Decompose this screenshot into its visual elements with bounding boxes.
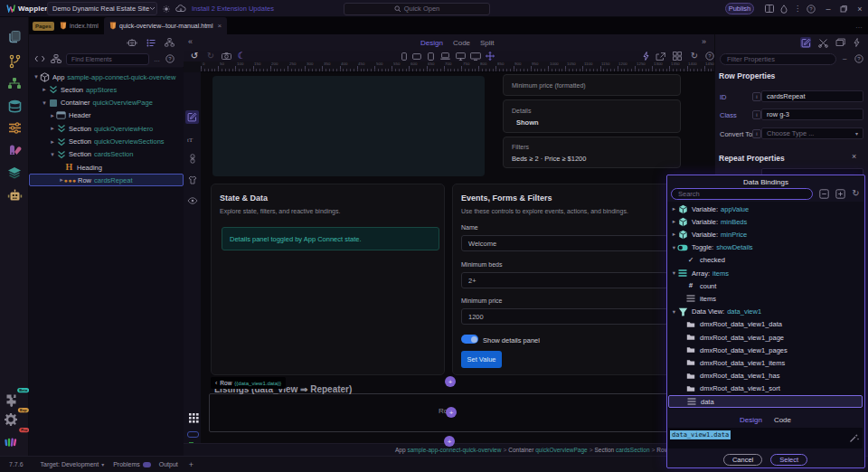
tab-design[interactable]: Design xyxy=(420,39,443,47)
chevron-down-icon[interactable]: ▾ xyxy=(671,269,677,277)
help-icon[interactable]: ? xyxy=(165,54,175,63)
project-selector[interactable]: Demo Dynamic Real Estate Site xyxy=(47,2,157,15)
modal-search-input[interactable]: Search xyxy=(671,188,813,200)
field-input-minimum-price[interactable]: 1200 xyxy=(461,308,668,325)
binding-item-dmxRoot_data_view1_sort[interactable]: dmxRoot_data_view1_sort xyxy=(668,382,863,395)
rail-item-filters[interactable] xyxy=(0,118,29,137)
properties-tab-icon[interactable] xyxy=(800,37,811,48)
breadcrumb-type[interactable]: App xyxy=(395,447,407,453)
modal-tab-design[interactable]: Design xyxy=(740,416,762,424)
close-icon[interactable]: × xyxy=(855,0,864,17)
rail-item-database[interactable] xyxy=(0,96,29,116)
filter-properties-input[interactable]: Filter Properties xyxy=(720,53,836,65)
breadcrumb-name[interactable]: quickOverviewPage xyxy=(535,447,587,453)
actions-tab-icon[interactable] xyxy=(852,38,862,47)
chevron-down-icon[interactable]: ▾ xyxy=(41,99,48,107)
tree-item-cardsrepeat[interactable]: ▸ ●●● Row cardsRepeat xyxy=(29,174,184,186)
tree-item-quickoverviewpage[interactable]: ▾ Container quickOverviewPage xyxy=(29,97,184,109)
info-icon[interactable]: i xyxy=(752,110,761,119)
breadcrumb-name[interactable]: cardsSection xyxy=(616,447,650,453)
field-input-minimum-beds[interactable]: 2+ xyxy=(461,272,668,288)
undo-icon[interactable]: ↺ xyxy=(189,51,200,61)
camera-icon[interactable] xyxy=(221,51,231,61)
tab-close-icon[interactable]: × xyxy=(217,22,222,30)
dark-mode-moon-icon[interactable]: ☾ xyxy=(236,51,247,61)
open-in-browser-icon[interactable] xyxy=(655,51,665,61)
chevron-right-icon[interactable]: ▸ xyxy=(49,138,56,146)
chevron-down-icon[interactable]: ▾ xyxy=(33,73,40,80)
dots-vertical-icon[interactable]: ⋮ xyxy=(794,0,801,17)
pages-dropdown[interactable]: Pages xyxy=(33,22,54,31)
device-phone-icon[interactable] xyxy=(399,51,409,61)
code-view-icon[interactable] xyxy=(33,55,45,62)
help-icon[interactable]: ? xyxy=(806,0,816,17)
rail-item-extensions[interactable]: Beta xyxy=(0,390,29,410)
binding-item-minBeds[interactable]: ▸ Variable:minBeds xyxy=(668,215,863,228)
binding-item-data_view1[interactable]: ▾ Data View:data_view1 xyxy=(668,306,863,318)
binding-item-dmxRoot_data_view1_data[interactable]: dmxRoot_data_view1_data xyxy=(668,318,863,331)
tree-item-heading[interactable]: H Heading xyxy=(29,161,184,174)
binding-item-dmxRoot_data_view1_items[interactable]: dmxRoot_data_view1_items xyxy=(668,356,863,369)
add-element-button[interactable]: + xyxy=(445,376,456,387)
tab-overflow-icon[interactable]: … xyxy=(855,17,863,34)
binding-item-appValue[interactable]: ▸ Variable:appValue xyxy=(668,203,863,215)
chevron-right-icon[interactable]: ▸ xyxy=(41,86,48,93)
refresh-icon[interactable]: ↻ xyxy=(689,51,700,61)
device-laptop-icon[interactable] xyxy=(439,51,451,61)
rail-item-pro-features[interactable]: Pro xyxy=(0,430,29,449)
collapse-all-icon[interactable] xyxy=(819,189,829,199)
rail-item-design[interactable] xyxy=(0,140,29,160)
breadcrumb-type[interactable]: Container xyxy=(508,447,535,453)
chevron-down-icon[interactable]: ▾ xyxy=(671,308,677,316)
rail-item-pages[interactable] xyxy=(0,26,29,46)
tab-quick-overview[interactable]: quick-overview--tour-manual.html × xyxy=(104,17,227,34)
add-element-button[interactable]: + xyxy=(446,407,457,418)
binding-item-dmxRoot_data_view1_page[interactable]: dmxRoot_data_view1_page xyxy=(668,331,863,344)
binding-item-checked[interactable]: ✓checked xyxy=(668,254,863,267)
tab-split[interactable]: Split xyxy=(480,39,495,47)
binding-item-dmxRoot_data_view1_has[interactable]: dmxRoot_data_view1_has xyxy=(668,370,863,382)
target-selector[interactable]: Target: Development ▾ xyxy=(41,461,105,467)
device-tablet-icon[interactable] xyxy=(426,51,436,61)
restore-icon[interactable] xyxy=(839,0,847,17)
chevron-right-icon[interactable]: ▸ xyxy=(49,112,56,119)
cloud-download-icon[interactable] xyxy=(175,0,187,17)
binding-item-dmxRoot_data_view1_pages[interactable]: dmxRoot_data_view1_pages xyxy=(668,344,863,356)
select-button[interactable]: Select xyxy=(770,454,807,466)
info-icon[interactable]: i xyxy=(752,92,761,101)
tree-item-sample-app-connect-quick-overview[interactable]: ▾ App sample-app-connect-quick-overview xyxy=(29,71,184,83)
repeat-close-icon[interactable]: × xyxy=(852,153,856,161)
binding-item-count[interactable]: #count xyxy=(668,279,863,292)
grid-guides-icon[interactable] xyxy=(672,51,683,61)
device-monitor-icon[interactable] xyxy=(455,51,467,61)
binding-item-items[interactable]: items xyxy=(668,292,863,305)
problems-button[interactable]: Problems xyxy=(113,461,151,467)
property-convert-to-select[interactable]: Choose Type ...▾ xyxy=(761,127,863,139)
ai-robot-icon[interactable] xyxy=(127,38,137,47)
refresh-bindings-icon[interactable]: ↻ xyxy=(851,189,861,198)
styles-tab-icon[interactable] xyxy=(817,38,828,48)
outline-pill-icon[interactable] xyxy=(187,431,199,438)
tree-item-quickoverviewsections[interactable]: ▸ Section quickOverviewSections xyxy=(29,136,184,148)
tab-index-html[interactable]: index.html xyxy=(54,17,104,34)
collapse-panel-icon[interactable]: « xyxy=(188,38,193,46)
chevron-down-icon[interactable]: ▾ xyxy=(49,151,56,158)
magic-wand-icon[interactable] xyxy=(849,433,859,443)
columns-icon[interactable] xyxy=(764,0,775,17)
expand-all-icon[interactable] xyxy=(835,189,845,199)
chevron-right-icon[interactable]: ▸ xyxy=(671,218,677,225)
device-monitor-large-icon[interactable] xyxy=(469,51,481,61)
binding-item-showDetails[interactable]: ▾ Toggle:showDetails xyxy=(668,241,863,254)
find-elements-input[interactable]: Find Elements xyxy=(66,53,149,65)
move-resize-icon[interactable] xyxy=(485,51,495,61)
preview-eye-icon[interactable] xyxy=(185,194,199,207)
app-connect-bolt-icon[interactable] xyxy=(641,51,651,61)
grid-dots-icon[interactable] xyxy=(188,413,199,423)
rail-item-ai-assistant[interactable] xyxy=(0,185,29,205)
binding-item-data[interactable]: data xyxy=(668,395,863,408)
tab-code[interactable]: Code xyxy=(453,39,470,47)
set-value-button[interactable]: Set Value xyxy=(461,351,502,368)
redo-icon[interactable]: ↻ xyxy=(205,51,216,61)
sitemap-icon[interactable] xyxy=(50,54,61,63)
info-icon[interactable]: i xyxy=(752,129,761,138)
